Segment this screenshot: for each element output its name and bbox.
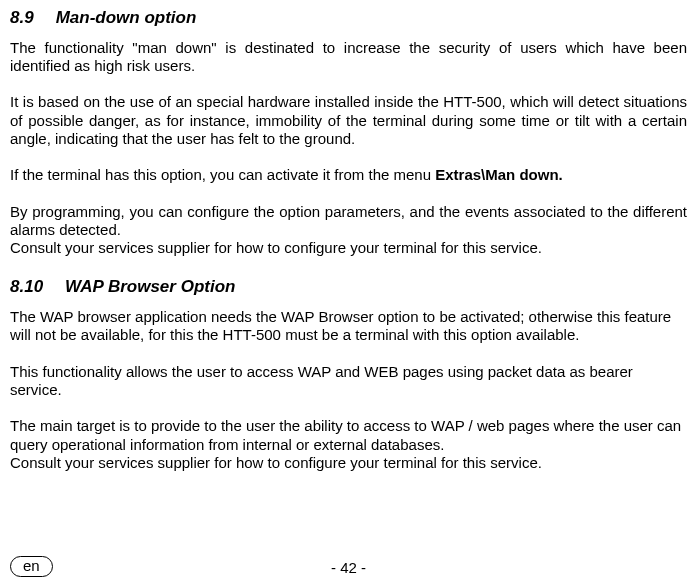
- section-heading-8-10: 8.10WAP Browser Option: [10, 277, 687, 298]
- paragraph: The WAP browser application needs the WA…: [10, 308, 687, 345]
- paragraph: This functionality allows the user to ac…: [10, 363, 687, 400]
- page-number: - 42 -: [0, 559, 697, 577]
- section-number: 8.9: [10, 8, 34, 29]
- paragraph: Consult your services supplier for how t…: [10, 454, 687, 472]
- paragraph: It is based on the use of an special har…: [10, 93, 687, 148]
- paragraph: The main target is to provide to the use…: [10, 417, 687, 454]
- paragraph: By programming, you can configure the op…: [10, 203, 687, 240]
- menu-path: Extras\Man down.: [435, 166, 563, 183]
- section-title: Man-down option: [56, 8, 197, 27]
- paragraph: Consult your services supplier for how t…: [10, 239, 687, 257]
- section-title: WAP Browser Option: [65, 277, 235, 296]
- language-badge: en: [10, 556, 53, 577]
- section-heading-8-9: 8.9Man-down option: [10, 8, 687, 29]
- paragraph: The functionality "man down" is destinat…: [10, 39, 687, 76]
- paragraph-text: If the terminal has this option, you can…: [10, 166, 435, 183]
- paragraph: If the terminal has this option, you can…: [10, 166, 687, 184]
- section-number: 8.10: [10, 277, 43, 298]
